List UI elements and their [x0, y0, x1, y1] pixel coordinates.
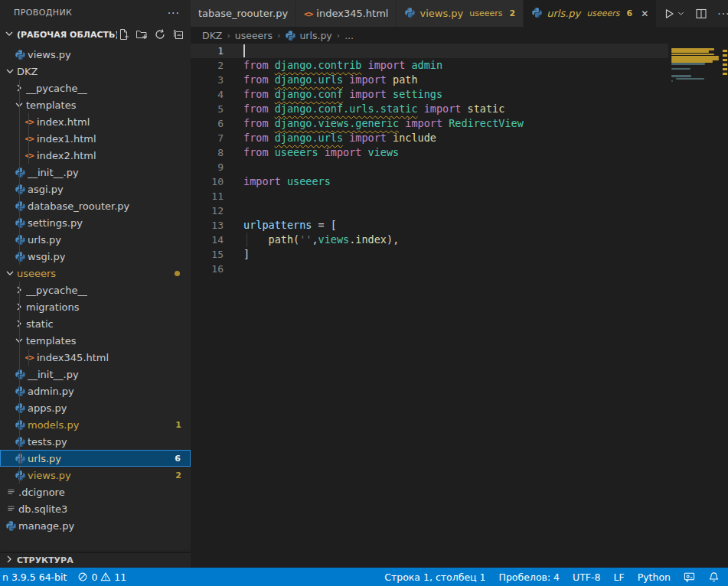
code-line-3[interactable]: 3from django.urls import path [191, 73, 668, 87]
code-line-12[interactable]: 12 [191, 203, 668, 218]
python-icon [15, 369, 26, 380]
code-editor[interactable]: 12from django.contrib import admin3from … [191, 44, 728, 568]
code-line-4[interactable]: 4from django.conf import settings [191, 87, 668, 102]
breadcrumb-item--[interactable]: ... [344, 30, 354, 41]
cursor-position-status[interactable]: Строка 1, столбец 1 [384, 571, 485, 583]
refresh-icon[interactable] [154, 28, 166, 41]
tree-file-index345-html[interactable]: <>index345.html [0, 349, 191, 366]
problems-status[interactable]: 0 11 [77, 571, 126, 583]
run-dropdown-icon[interactable] [677, 9, 685, 18]
split-editor-icon[interactable] [695, 8, 707, 20]
tree-file--init-py[interactable]: __init__.py [0, 366, 191, 383]
python-icon [531, 7, 543, 18]
workspace-section-header[interactable]: (РАБОЧАЯ ОБЛАСТЬ) ... [0, 25, 191, 44]
feedback-icon[interactable] [684, 571, 695, 583]
tree-file-asgi-py[interactable]: asgi.py [0, 181, 191, 197]
tab-urls-py[interactable]: urls.pyuseeers6✕ [524, 0, 657, 27]
code-line-11[interactable]: 11 [191, 189, 668, 203]
tab-index345-html[interactable]: <>index345.html [296, 0, 397, 27]
tree-file-index2-html[interactable]: <>index2.html [0, 147, 191, 164]
code-line-7[interactable]: 7from django.urls import include [191, 131, 668, 145]
indent-guide [19, 80, 20, 96]
more-editor-actions-icon[interactable]: ··· [717, 8, 728, 20]
language-mode-status[interactable]: Python [638, 571, 671, 583]
tree-folder--pycache-[interactable]: __pycache__ [0, 80, 191, 96]
tree-folder-useeers[interactable]: useeers [0, 265, 191, 282]
tab-description: useeers [469, 8, 502, 18]
notifications-bell-icon[interactable] [708, 571, 720, 583]
minimap[interactable] [670, 44, 722, 567]
tree-folder-migrations[interactable]: migrations [0, 298, 191, 315]
tree-file-urls-py[interactable]: urls.py [0, 231, 191, 248]
run-python-button[interactable] [663, 8, 685, 20]
tab-views-py[interactable]: views.pyuseeers2 [397, 0, 524, 27]
minimap-line [671, 68, 690, 70]
tree-file-db-sqlite3[interactable]: db.sqlite3 [0, 500, 191, 517]
tree-file-index1-html[interactable]: <>index1.html [0, 130, 191, 147]
tree-item-label: __init__.py [28, 167, 79, 178]
tree-file-manage-py[interactable]: manage.py [0, 517, 191, 534]
tree-file-views-py[interactable]: views.py2 [0, 467, 191, 483]
tree-file-index-html[interactable]: <>index.html [0, 113, 191, 130]
tree-folder-static[interactable]: static [0, 315, 191, 332]
tree-item-label: .dcignore [18, 487, 65, 498]
tree-file-settings-py[interactable]: settings.py [0, 214, 191, 231]
tree-file--init-py[interactable]: __init__.py [0, 164, 191, 181]
tree-folder-templates[interactable]: templates [0, 96, 191, 113]
collapse-all-icon[interactable] [172, 28, 184, 41]
tab-label: views.py [419, 8, 463, 19]
encoding-status[interactable]: UTF-8 [573, 571, 600, 583]
code-line-2[interactable]: 2from django.contrib import admin [191, 58, 668, 73]
code-line-16[interactable]: 16 [191, 262, 668, 276]
tree-file--dcignore[interactable]: .dcignore [0, 483, 191, 500]
views-more-actions-icon[interactable]: ··· [168, 7, 180, 19]
tree-item-label: index345.html [37, 352, 109, 363]
tree-file-tests-py[interactable]: tests.py [0, 433, 191, 450]
tree-file-admin-py[interactable]: admin.py [0, 383, 191, 399]
tab-tabase-roouter-py[interactable]: tabase_roouter.py [191, 0, 296, 27]
indent-guide [19, 332, 20, 349]
tree-file-database-roouter-py[interactable]: database_roouter.py [0, 197, 191, 214]
tree-file-models-py[interactable]: models.py1 [0, 416, 191, 433]
python-interpreter-status[interactable]: n 3.9.5 64-bit [2, 571, 67, 583]
code-line-6[interactable]: 6from django.views.generic import Redire… [191, 116, 668, 131]
warning-ruler-mark [723, 68, 727, 70]
file-tree: views.pyDKZ__pycache__templates<>index.h… [0, 44, 191, 534]
tree-folder-templates[interactable]: templates [0, 332, 191, 349]
breadcrumb-item-urls-py[interactable]: urls.py [285, 30, 331, 41]
overview-ruler[interactable] [722, 44, 728, 568]
close-tab-icon[interactable]: ✕ [641, 8, 648, 19]
eol-status[interactable]: LF [614, 571, 625, 583]
code-line-5[interactable]: 5from django.conf.urls.static import sta… [191, 102, 668, 116]
code-line-9[interactable]: 9 [191, 160, 668, 174]
tree-folder-DKZ[interactable]: DKZ [0, 63, 191, 80]
code-line-13[interactable]: 13urlpatterns = [ [191, 218, 668, 233]
indent-guide [20, 451, 21, 466]
breadcrumb-item-DKZ[interactable]: DKZ [202, 30, 222, 41]
tree-item-label: index.html [37, 116, 90, 128]
code-line-1[interactable]: 1 [191, 44, 668, 58]
python-icon [404, 7, 416, 18]
tree-item-label: useeers [17, 268, 56, 279]
code-line-8[interactable]: 8from useeers import views [191, 145, 668, 160]
tree-file-apps-py[interactable]: apps.py [0, 399, 191, 416]
outline-section-header[interactable]: СТРУКТУРА [0, 552, 191, 568]
editor-actions: ··· [657, 0, 728, 27]
python-icon [15, 200, 26, 212]
tree-folder--pycache-[interactable]: __pycache__ [0, 282, 191, 298]
breadcrumb-item-useeers[interactable]: useeers [235, 30, 273, 41]
modified-dot [175, 271, 180, 276]
tree-item-label: admin.py [28, 386, 74, 397]
indentation-status[interactable]: Пробелов: 4 [499, 571, 560, 583]
code-line-15[interactable]: 15] [191, 247, 668, 262]
tree-file-views-py[interactable]: views.py [0, 46, 191, 63]
new-folder-icon[interactable] [135, 28, 148, 41]
tree-file-urls-py[interactable]: urls.py6 [0, 450, 191, 467]
tree-file-wsgi-py[interactable]: wsgi.py [0, 248, 191, 265]
html-icon: <> [24, 151, 33, 161]
code-line-14[interactable]: 14 path('',views.index), [191, 233, 668, 247]
new-file-icon[interactable] [117, 28, 129, 41]
indent-guide [19, 113, 20, 130]
run-icon [663, 8, 675, 20]
code-line-10[interactable]: 10import useeers [191, 174, 668, 189]
